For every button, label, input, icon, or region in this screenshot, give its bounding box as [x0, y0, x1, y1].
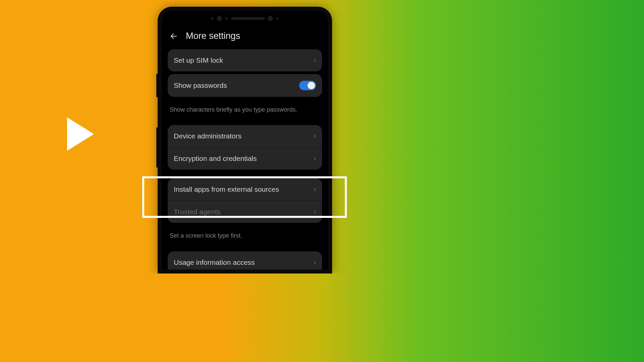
- row-label: Trusted agents: [174, 208, 220, 216]
- row-sim-lock[interactable]: Set up SIM lock ›: [168, 49, 322, 71]
- chevron-right-icon: ›: [314, 185, 316, 194]
- chevron-right-icon: ›: [314, 154, 316, 163]
- row-show-passwords[interactable]: Show passwords: [168, 74, 322, 97]
- row-label: Set up SIM lock: [174, 56, 223, 64]
- row-encryption[interactable]: Encryption and credentials ›: [168, 147, 322, 170]
- row-device-administrators[interactable]: Device administrators ›: [168, 125, 322, 147]
- arrow-left-icon: [170, 32, 178, 41]
- chevron-right-icon: ›: [314, 132, 316, 140]
- chevron-right-icon: ›: [314, 258, 316, 267]
- row-usage-info[interactable]: Usage information access ›: [168, 251, 322, 269]
- show-passwords-toggle[interactable]: [299, 81, 316, 90]
- show-passwords-hint: Show characters briefly as you type pass…: [168, 100, 322, 125]
- notch-area: [162, 11, 328, 26]
- play-icon: [67, 117, 94, 151]
- volume-button: [156, 74, 158, 97]
- row-label: Usage information access: [174, 258, 255, 266]
- row-label: Show passwords: [174, 81, 227, 89]
- settings-header: More settings: [168, 26, 322, 49]
- row-label: Device administrators: [174, 132, 241, 140]
- row-label: Encryption and credentials: [174, 155, 257, 163]
- row-trusted-agents: Trusted agents ›: [168, 200, 322, 223]
- phone-screen: More settings Set up SIM lock › Show pas…: [162, 11, 328, 269]
- power-button: [156, 127, 158, 168]
- chevron-right-icon: ›: [314, 56, 316, 65]
- phone-frame: More settings Set up SIM lock › Show pas…: [158, 7, 332, 274]
- chevron-right-icon: ›: [314, 207, 316, 216]
- row-install-external[interactable]: Install apps from external sources ›: [168, 178, 322, 200]
- trusted-agents-hint: Set a screen lock type first.: [168, 226, 322, 251]
- row-label: Install apps from external sources: [174, 185, 279, 193]
- page-title: More settings: [186, 31, 240, 41]
- back-button[interactable]: [170, 32, 178, 40]
- toggle-knob: [308, 82, 315, 89]
